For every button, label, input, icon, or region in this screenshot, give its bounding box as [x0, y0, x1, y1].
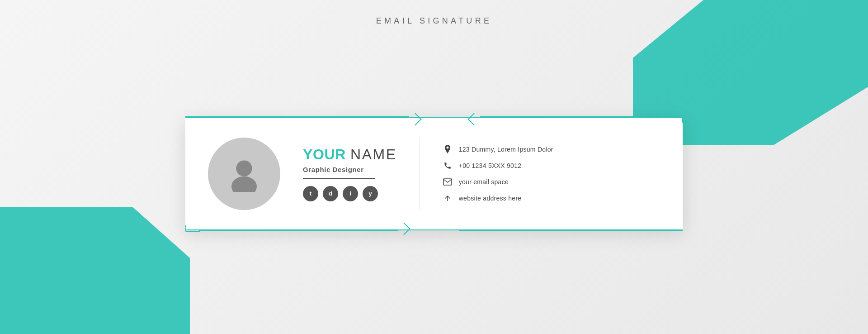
page-title: EMAIL SIGNATURE [376, 16, 492, 26]
email-text: your email space [459, 178, 509, 186]
svg-point-1 [231, 177, 257, 192]
contact-website: website address here [443, 193, 660, 203]
social-icons-row: t d i y [303, 186, 397, 201]
border-bottom-left [199, 230, 398, 231]
social-instagram[interactable]: i [343, 186, 358, 201]
card-wrapper: YOUR NAME Graphic Designer t d i y [185, 117, 683, 230]
border-top-left [185, 116, 409, 117]
teal-shape-bottom [0, 207, 190, 334]
name-row: YOUR NAME [303, 146, 397, 163]
name-section: YOUR NAME Graphic Designer t d i y [303, 146, 397, 201]
contact-section: 123 Dummy, Lorem Ipsum Dolor +00 1234 5X… [443, 144, 660, 203]
phone-text: +00 1234 5XXX 9012 [459, 162, 522, 169]
social-twitter[interactable]: t [303, 186, 318, 201]
avatar-silhouette-icon [226, 156, 262, 192]
border-bottom-right [459, 230, 683, 231]
border-top-right [480, 116, 669, 117]
name-highlight: YOUR [303, 146, 346, 163]
email-icon [443, 177, 453, 187]
phone-icon [443, 161, 453, 171]
website-text: website address here [459, 195, 522, 202]
email-signature-card: YOUR NAME Graphic Designer t d i y [185, 117, 683, 230]
contact-phone: +00 1234 5XXX 9012 [443, 161, 660, 171]
section-divider [420, 138, 420, 210]
social-dribbble[interactable]: d [323, 186, 338, 201]
website-icon [443, 193, 453, 203]
svg-rect-2 [443, 179, 452, 185]
contact-address: 123 Dummy, Lorem Ipsum Dolor [443, 144, 660, 154]
job-title: Graphic Designer [303, 166, 397, 173]
avatar [208, 138, 280, 210]
name-divider [303, 178, 375, 179]
contact-email: your email space [443, 177, 660, 187]
address-text: 123 Dummy, Lorem Ipsum Dolor [459, 146, 553, 153]
address-icon [443, 144, 453, 154]
name-rest: NAME [350, 146, 397, 163]
svg-point-0 [236, 160, 252, 176]
social-youtube[interactable]: y [363, 186, 378, 201]
